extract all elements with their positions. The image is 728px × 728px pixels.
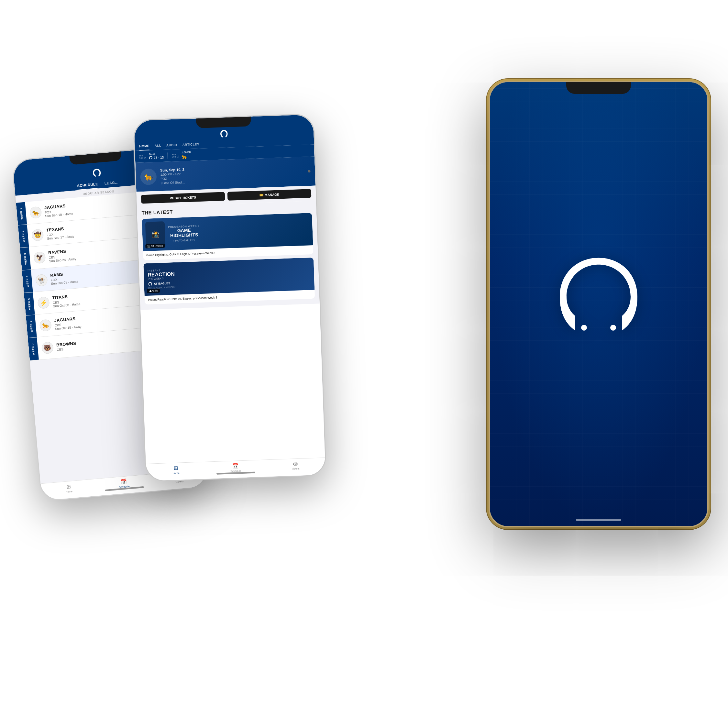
home-icon-mid: ⊞	[174, 465, 178, 471]
tab-league[interactable]: LEAG...	[104, 180, 119, 188]
home-bar-right	[576, 519, 621, 521]
colts-icon-score	[149, 156, 153, 159]
nav-home-label: Home	[65, 490, 72, 493]
card-photo-gallery-label: PHOTO GALLERY	[168, 239, 200, 242]
bottom-nav-mid: ⊞ Home 📅 Schedule 🎟 Tickets	[146, 457, 326, 481]
score-item-1: ThuAug 24 Final 27 - 13	[139, 152, 164, 160]
nav-item-audio[interactable]: AUDIO	[166, 143, 177, 150]
week-label-7: WEEK 7	[28, 338, 39, 361]
news-card-1[interactable]: 📸 PRESEASON WEEK 3 GAMEHIGHLIGHTS PHOTO …	[142, 213, 313, 260]
tickets-icon-mid: 🎟	[292, 461, 298, 467]
banner-team-logo: 🐆	[140, 168, 157, 185]
card-content-2: INSTANT REACTION PRE WEEK 3 AT EAGLES CO…	[143, 260, 315, 293]
nav-tickets-label-mid: Tickets	[292, 467, 300, 471]
banner-dot	[308, 170, 310, 173]
rams-logo: 🐏	[35, 274, 48, 286]
week-label-2: WEEK 2	[18, 225, 29, 248]
week-label-4: WEEK 4	[22, 270, 33, 293]
card-text-1: PRESEASON WEEK 3 GAMEHIGHLIGHTS PHOTO GA…	[168, 225, 200, 243]
horseshoe-splash	[550, 250, 647, 349]
week-label-6: WEEK 6	[26, 315, 37, 338]
screen-right	[490, 82, 707, 526]
jaguars-logo-2: 🐆	[39, 319, 52, 331]
news-card-img-2: INSTANT REACTION PRE WEEK 3 AT EAGLES CO…	[143, 257, 315, 296]
texans-logo: 🤠	[31, 228, 44, 241]
notch-right	[566, 82, 631, 94]
phone-mid: HOME ALL AUDIO ARTICLES ThuAug 24 Final	[133, 113, 327, 482]
schedule-icon: 📅	[120, 478, 127, 485]
latest-section: THE LATEST 📸 PRESEASON WEEK 3 GAMEHIGHLI…	[137, 201, 320, 310]
jaguars-icon-score: 🐆	[182, 154, 191, 159]
jaguars-logo: 🐆	[29, 206, 42, 219]
news-card-img-1: 📸 PRESEASON WEEK 3 GAMEHIGHLIGHTS PHOTO …	[142, 213, 313, 251]
banner-info: Sun, Sep 10, 2 1:00 PM • Hor FOX Lucas O…	[160, 163, 304, 184]
notch-mid	[196, 116, 251, 128]
schedule-icon-mid: 📅	[232, 463, 239, 469]
score-item-2: SunSep 10 1:00 PM 🐆	[171, 151, 191, 159]
nav-tickets-mid[interactable]: 🎟 Tickets	[265, 460, 326, 471]
card-badge-1: 📷 94 Photos	[145, 244, 165, 248]
manage-tickets-button[interactable]: 🎫 MANAGE	[228, 189, 312, 200]
week-label-3: WEEK 3	[20, 247, 31, 270]
buy-tickets-label: BUY TICKETS	[174, 196, 196, 200]
nav-home-label-mid: Home	[173, 472, 180, 475]
svg-point-0	[581, 325, 587, 331]
nav-schedule-mid[interactable]: 📅 Schedule	[206, 462, 266, 473]
horseshoe-icon-small	[92, 168, 102, 178]
ravens-logo: 🦅	[33, 251, 46, 264]
score-divider	[168, 152, 168, 159]
buy-tickets-button[interactable]: 🎟 BUY TICKETS	[141, 192, 225, 203]
nav-home-mid[interactable]: ⊞ Home	[146, 464, 206, 476]
ticket-icon: 🎟	[170, 196, 173, 200]
at-eagles-text: AT EAGLES	[154, 282, 170, 286]
main-scene: SCHEDULE LEAG... REGULAR SEASON WEEK 1 🐆…	[0, 0, 728, 728]
week-label-5: WEEK 5	[24, 292, 35, 315]
manage-tickets-label: MANAGE	[265, 193, 279, 197]
screen-mid: HOME ALL AUDIO ARTICLES ThuAug 24 Final	[134, 115, 326, 481]
svg-point-1	[610, 325, 616, 331]
phone-right	[489, 81, 708, 528]
home-icon: ⊞	[66, 483, 71, 490]
nav-item-all[interactable]: ALL	[154, 144, 161, 150]
horseshoe-icon-mid	[219, 129, 229, 139]
nav-item-articles[interactable]: ARTICLES	[182, 142, 200, 149]
nav-item-home[interactable]: HOME	[139, 144, 150, 150]
score-value: 27 - 13	[154, 155, 164, 159]
nav-home-left[interactable]: ⊞ Home	[41, 481, 97, 496]
browns-logo: 🐻	[41, 341, 54, 354]
colts-small-icon	[148, 281, 152, 286]
manage-icon: 🎫	[260, 193, 263, 197]
news-card-2[interactable]: INSTANT REACTION PRE WEEK 3 AT EAGLES CO…	[143, 257, 315, 305]
card-game-highlights-title: GAMEHIGHLIGHTS	[168, 228, 200, 239]
card-badge-2: ◀ Audio	[147, 288, 160, 293]
week-label-1: WEEK 1	[16, 202, 27, 225]
horseshoe-large-icon	[550, 250, 647, 347]
titans-logo: ⚡	[37, 297, 50, 309]
